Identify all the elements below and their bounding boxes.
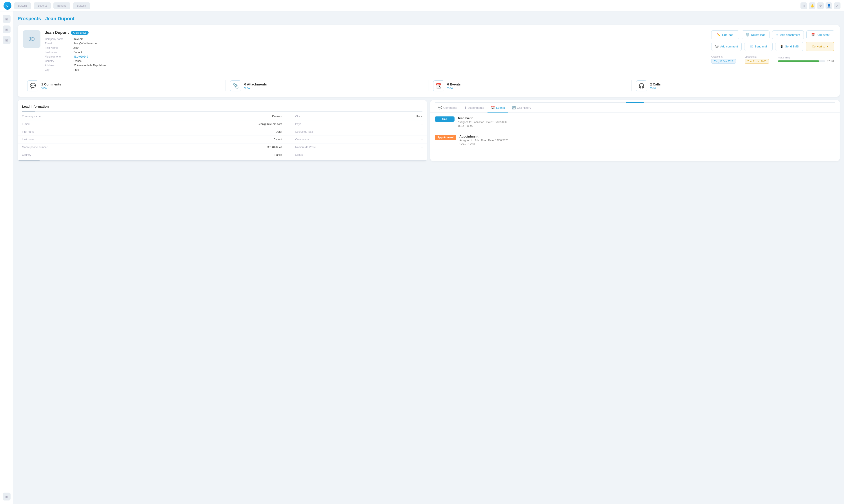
row-value-4: 3314020549 <box>53 143 286 151</box>
updated-value: Thu, 11 Jun 2020 <box>745 59 769 64</box>
dates-row: Created at Thu, 11 Jun 2020 Updated at T… <box>711 55 834 64</box>
event-details-1: Appointment Assigned to: John Doe Date: … <box>459 135 508 146</box>
lead-name-row: Jean Dupont Client active <box>45 30 707 35</box>
attachments-view-link[interactable]: View <box>244 87 267 90</box>
address-label: Address <box>45 64 73 67</box>
sidebar-icon-4[interactable]: ▣ <box>3 492 11 501</box>
nav-button-3[interactable]: Button3 <box>53 2 70 9</box>
nav-button-2[interactable]: Button2 <box>34 2 51 9</box>
event-details-0: Test event Assigned to: John Doe Date: 1… <box>458 116 507 127</box>
add-attachment-button[interactable]: ⬆ Add attachment <box>772 30 804 39</box>
nav-logo: C <box>3 2 12 10</box>
comment-icon: 💬 <box>715 45 719 48</box>
expand-icon-button[interactable]: ⤢ <box>834 2 841 9</box>
trash-icon: 🗑️ <box>746 33 749 36</box>
calls-count: 2 Calls <box>650 83 661 86</box>
grid-icon-button[interactable]: ⊞ <box>801 2 807 9</box>
email-label: E-mail <box>45 42 73 45</box>
send-mail-button[interactable]: ✉️ Send mail <box>744 42 773 51</box>
info-table-row: First name Jean Source du lead - <box>18 128 427 136</box>
fields-label: Fields filing <box>778 56 834 59</box>
sidebar-icon-2[interactable]: ▣ <box>3 25 11 33</box>
tab-label-0: Comments <box>443 106 457 109</box>
panel-tabs: 💬Comments⬆Attachments📅Events🔄Call histor… <box>430 103 840 113</box>
chevron-down-icon: ▾ <box>827 45 828 48</box>
right-panel: 💬Comments⬆Attachments📅Events🔄Call histor… <box>430 100 840 161</box>
main-content: Prospects - Jean Dupont JD Jean Dupont C… <box>13 12 844 504</box>
row-value2-4: - <box>321 143 427 151</box>
tab-call-history[interactable]: 🔄Call history <box>508 103 534 113</box>
email-value: Jean@KavKom.com <box>73 42 707 45</box>
lead-actions: ✏️ Edit lead 🗑️ Delete lead ⬆ Add attach… <box>711 30 834 71</box>
bottom-panels: Lead information Company name KavKom Cit… <box>18 100 840 161</box>
event-time-0: 15:15 - 16:00 <box>458 124 507 127</box>
action-row-2: 💬 Add comment ✉️ Send mail 📱 Send SMS Co… <box>711 42 834 51</box>
row-value-0: KavKom <box>53 113 286 121</box>
row-label-5: Country <box>18 151 53 159</box>
lead-info-title: Lead information <box>18 100 427 111</box>
company-value: KavKom <box>73 38 707 41</box>
event-meta-0: Assigned to: John Doe Date: 15/06/2020 <box>458 121 507 124</box>
tab-icon-0: 💬 <box>438 106 442 109</box>
comments-stat: 💬 1 Comments View <box>23 80 226 91</box>
comments-view-link[interactable]: View <box>41 87 61 90</box>
lead-header: JD Jean Dupont Client active Company nam… <box>23 30 834 71</box>
delete-lead-button[interactable]: 🗑️ Delete lead <box>742 30 770 39</box>
country-value: France <box>73 59 707 62</box>
lead-card: JD Jean Dupont Client active Company nam… <box>18 25 840 97</box>
sidebar-icon-3[interactable]: ▣ <box>3 36 11 44</box>
created-value: Thu, 11 Jun 2020 <box>711 59 736 64</box>
edit-lead-button[interactable]: ✏️ Edit lead <box>711 30 739 39</box>
row-label-4: Mobile phone number <box>18 143 53 151</box>
tab-label-3: Call history <box>517 106 531 109</box>
bell-icon-button[interactable]: 🔔 <box>809 2 815 9</box>
events-view-link[interactable]: View <box>447 87 461 90</box>
send-sms-button[interactable]: 📱 Send SMS <box>775 42 804 51</box>
progress-percent: 87,5% <box>827 60 834 63</box>
upload-icon: ⬆ <box>776 33 778 36</box>
nav-button-4[interactable]: Button4 <box>73 2 90 9</box>
row-value2-1: - <box>321 121 427 128</box>
sidebar: ▣ ▣ ▣ ▣ <box>0 12 13 504</box>
bottom-scrollbar[interactable] <box>18 160 427 161</box>
events-count: 0 Events <box>447 83 461 86</box>
event-badge-0: Call <box>435 116 455 122</box>
phone-label: Mobile phone <box>45 55 73 58</box>
lead-info: Jean Dupont Client active Company name K… <box>45 30 707 71</box>
lead-info-panel: Lead information Company name KavKom Cit… <box>18 100 427 161</box>
row-value2-5: - <box>321 151 427 159</box>
page-title: Prospects - Jean Dupont <box>18 16 840 21</box>
sidebar-icon-1[interactable]: ▣ <box>3 15 11 23</box>
navbar: C Button1 Button2 Button3 Button4 ⊞ 🔔 ⚙ … <box>0 0 844 12</box>
lead-name: Jean Dupont <box>45 30 69 35</box>
lastname-value: Dupont <box>73 51 707 54</box>
created-label: Created at <box>711 55 736 58</box>
navbar-right: ⊞ 🔔 ⚙ 👤 ⤢ <box>801 2 841 9</box>
phone-value: 3314020549 <box>73 55 707 58</box>
row-value-5: France <box>53 151 286 159</box>
logo-letter: C <box>6 4 8 7</box>
row-value2-3: - <box>321 136 427 143</box>
nav-button-1[interactable]: Button1 <box>14 2 31 9</box>
calls-view-link[interactable]: View <box>650 87 661 90</box>
row-label2-2: Source du lead <box>286 128 321 136</box>
user-icon-button[interactable]: 👤 <box>826 2 832 9</box>
settings-icon-button[interactable]: ⚙ <box>817 2 824 9</box>
tab-comments[interactable]: 💬Comments <box>435 103 461 113</box>
comments-text: 1 Comments View <box>41 83 61 90</box>
events-text: 0 Events View <box>447 83 461 90</box>
tab-icon-2: 📅 <box>491 106 495 109</box>
tab-events[interactable]: 📅Events <box>488 103 508 113</box>
event-item: Appointment Appointment Assigned to: Joh… <box>430 131 840 149</box>
tab-attachments[interactable]: ⬆Attachments <box>461 103 488 113</box>
sms-icon: 📱 <box>780 45 783 48</box>
attachments-count: 0 Attachments <box>244 83 267 86</box>
add-event-button[interactable]: 📅 Add event <box>806 30 834 39</box>
add-comment-button[interactable]: 💬 Add comment <box>711 42 742 51</box>
row-label2-5: Status <box>286 151 321 159</box>
tab-icon-3: 🔄 <box>512 106 516 109</box>
info-table-row: E-maill Jean@KavKom.com Pays - <box>18 121 427 128</box>
convert-to-button[interactable]: Convert to ▾ <box>806 42 834 51</box>
country-label: Country <box>45 59 73 62</box>
comments-count: 1 Comments <box>41 83 61 86</box>
